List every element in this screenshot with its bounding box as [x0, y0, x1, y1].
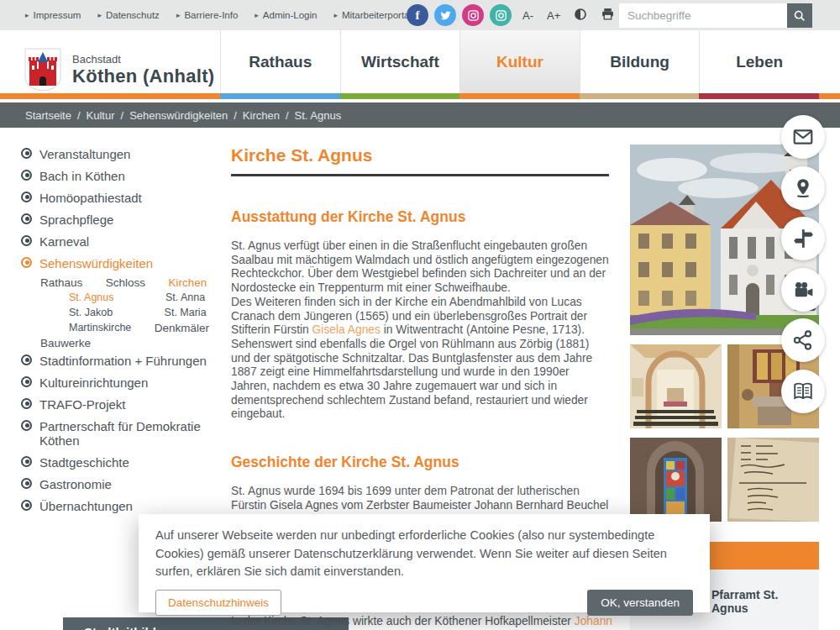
johann-link[interactable]: Johann [575, 615, 612, 627]
privacy-notice-button[interactable]: Datenschutzhinweis [155, 590, 281, 616]
book-icon [792, 381, 814, 402]
section-heading-geschichte: Geschichte der Kirche St. Agnus [231, 454, 609, 471]
gisela-agnes-link[interactable]: Gisela Agnes [312, 323, 381, 336]
nav-tab-wirtschaft[interactable]: Wirtschaft [340, 30, 460, 93]
font-larger-button[interactable]: A+ [547, 9, 560, 22]
topbar-link-admin-login[interactable]: ▸Admin-Login [255, 10, 317, 20]
accessibility-controls: A- A+ [522, 0, 615, 30]
sidebar-item-st-anna[interactable]: St. Anna [118, 289, 205, 306]
print-icon[interactable] [601, 7, 615, 24]
breadcrumb: Startseite / Kultur / Sehenswürdigkeiten… [0, 102, 840, 128]
sidebar-item-karneval[interactable]: Karneval [21, 230, 223, 252]
site-logo[interactable]: Bachstadt Köthen (Anhalt) [24, 47, 214, 92]
twitter-icon[interactable] [434, 4, 456, 26]
bullet-icon [21, 192, 32, 202]
coat-of-arms-icon [24, 47, 62, 92]
search-icon [793, 9, 806, 23]
signpost-button[interactable] [781, 217, 825, 260]
nav-tab-bildung[interactable]: Bildung [580, 30, 700, 93]
facebook-icon[interactable]: f [407, 4, 428, 26]
page: ▸Impressum ▸Datenschutz ▸Barriere-Info ▸… [0, 0, 840, 630]
main-content: Kirche St. Agnus Ausstattung der Kirche … [231, 143, 609, 541]
sidebar-item-bauwerke[interactable]: Bauwerke [21, 333, 91, 352]
video-camera-icon [792, 279, 814, 301]
logo-pretitle: Bachstadt [72, 53, 214, 66]
mail-icon [792, 126, 814, 148]
font-smaller-button[interactable]: A- [522, 9, 533, 22]
video-button[interactable] [781, 268, 825, 312]
sidebar-item-partnerschaft[interactable]: Partnerschaft für Demokratie Köthen [21, 415, 223, 451]
cookie-banner: Auf unserer Webseite werden nur unbeding… [139, 514, 710, 612]
search [619, 3, 812, 28]
social-icons: f [407, 4, 512, 26]
sidebar-item-kultureinrichtungen[interactable]: Kultureinrichtungen [21, 371, 223, 393]
sidebar-item-bach-in-koethen[interactable]: Bach in Köthen [21, 165, 223, 186]
bullet-icon [21, 213, 32, 224]
logo-title: Köthen (Anhalt) [72, 66, 214, 87]
cookie-text: Auf unserer Webseite werden nur unbeding… [155, 527, 693, 581]
breadcrumb-sehenswuerdigkeiten[interactable]: Sehenswürdigkeiten [129, 109, 228, 122]
geschichte-paragraph-2: In der Kirche St. Agnus wirkte auch der … [231, 615, 617, 627]
bullet-icon [21, 420, 32, 431]
title-rule [231, 174, 609, 176]
arrow-icon: ▸ [97, 11, 102, 19]
nav-tab-rathaus[interactable]: Rathaus [220, 30, 340, 93]
book-button[interactable] [781, 370, 825, 413]
instagram-icon[interactable] [462, 4, 484, 26]
bullet-icon [21, 500, 32, 511]
church-nave-photo[interactable] [630, 344, 722, 432]
main-nav: Rathaus Wirtschaft Kultur Bildung Leben [220, 30, 819, 93]
bullet-icon [21, 235, 32, 246]
sidebar-item-sehenswuerdigkeiten[interactable]: Sehenswürdigkeiten [21, 252, 223, 274]
signpost-icon [792, 228, 814, 249]
nav-tab-leben[interactable]: Leben [699, 30, 819, 93]
sidebar-item-veranstaltungen[interactable]: Veranstaltungen [21, 143, 223, 165]
sidebar-item-homoeopathiestadt[interactable]: Homöopathiestadt [21, 186, 223, 208]
arrow-icon: ▸ [25, 11, 29, 19]
camera-icon[interactable] [490, 4, 512, 26]
top-utility-bar: ▸Impressum ▸Datenschutz ▸Barriere-Info ▸… [0, 0, 840, 30]
page-title: Kirche St. Agnus [231, 145, 609, 165]
location-button[interactable] [781, 166, 825, 210]
topbar-links: ▸Impressum ▸Datenschutz ▸Barriere-Info ▸… [25, 0, 412, 30]
bullet-icon [21, 148, 32, 159]
topbar-link-datenschutz[interactable]: ▸Datenschutz [97, 10, 159, 20]
nav-tab-kultur[interactable]: Kultur [459, 30, 580, 93]
ausstattung-paragraph-1: St. Agnus verfügt über einen in die Stra… [231, 239, 609, 296]
sidebar-item-stadtinformation[interactable]: Stadtinformation + Führungen [21, 349, 223, 371]
bullet-icon [21, 478, 32, 489]
breadcrumb-startseite[interactable]: Startseite [25, 109, 71, 122]
arrow-icon: ▸ [255, 11, 259, 19]
sidebar-item-st-agnus[interactable]: St. Agnus [21, 289, 114, 306]
search-input[interactable] [619, 3, 787, 28]
topbar-link-mitarbeiterportal[interactable]: ▸Mitarbeiterportal [333, 10, 412, 20]
section-heading-ausstattung: Ausstattung der Kirche St. Agnus [231, 208, 609, 226]
bullet-icon [21, 257, 32, 268]
sidebar: Veranstaltungen Bach in Köthen Homöopath… [21, 143, 223, 517]
sidebar-item-gastronomie[interactable]: Gastronomie [21, 473, 223, 495]
sidebar-item-denkmaeler[interactable]: Denkmäler [135, 318, 209, 337]
manuscript-photo[interactable] [727, 438, 819, 525]
share-button[interactable] [781, 318, 825, 362]
topbar-link-impressum[interactable]: ▸Impressum [25, 10, 81, 20]
sidebar-item-sprachpflege[interactable]: Sprachpflege [21, 208, 223, 230]
cookie-accept-button[interactable]: OK, verstanden [587, 590, 693, 616]
topbar-link-barriere-info[interactable]: ▸Barriere-Info [176, 10, 238, 20]
nav-color-ribbon [0, 93, 840, 99]
sidebar-item-stadtgeschichte[interactable]: Stadtgeschichte [21, 451, 223, 473]
sidebar-item-st-jakob[interactable]: St. Jakob [21, 304, 113, 321]
sidebar-item-trafo-projekt[interactable]: TRAFO-Projekt [21, 393, 223, 415]
breadcrumb-kirchen[interactable]: Kirchen [243, 109, 280, 122]
mail-button[interactable] [781, 115, 825, 159]
stained-glass-photo[interactable] [630, 438, 722, 525]
bullet-icon [21, 376, 32, 387]
bullet-icon [21, 456, 32, 467]
bullet-icon [21, 398, 32, 409]
breadcrumb-kultur[interactable]: Kultur [87, 109, 115, 122]
breadcrumb-current: St. Agnus [295, 109, 342, 122]
ausstattung-paragraph-2: Des Weiteren finden sich in der Kirche e… [231, 296, 609, 422]
search-button[interactable] [787, 3, 812, 28]
contrast-toggle-icon[interactable] [574, 8, 587, 24]
bullet-icon [21, 354, 32, 365]
bullet-icon [21, 170, 32, 181]
